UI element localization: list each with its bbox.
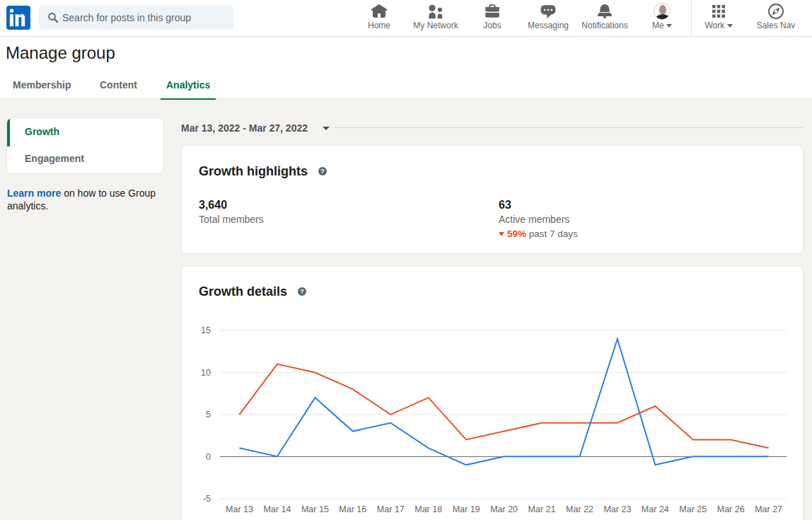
svg-text:10: 10 xyxy=(201,368,211,378)
svg-text:Mar 18: Mar 18 xyxy=(414,504,442,514)
svg-text:Mar 19: Mar 19 xyxy=(453,504,480,514)
svg-text:Mar 24: Mar 24 xyxy=(642,504,669,514)
svg-text:Mar 13: Mar 13 xyxy=(226,504,253,514)
svg-text:Mar 23: Mar 23 xyxy=(603,504,631,514)
svg-text:Mar 16: Mar 16 xyxy=(339,504,366,514)
svg-text:-5: -5 xyxy=(203,494,211,504)
svg-text:Mar 14: Mar 14 xyxy=(263,504,291,514)
svg-text:Mar 26: Mar 26 xyxy=(717,504,745,514)
svg-text:0: 0 xyxy=(206,452,211,462)
svg-text:Mar 21: Mar 21 xyxy=(528,504,556,514)
svg-text:5: 5 xyxy=(206,410,211,420)
svg-text:Mar 22: Mar 22 xyxy=(566,504,593,514)
svg-text:Mar 25: Mar 25 xyxy=(679,504,707,514)
svg-text:Mar 27: Mar 27 xyxy=(755,504,782,514)
svg-text:15: 15 xyxy=(201,325,211,335)
svg-text:Mar 20: Mar 20 xyxy=(490,504,518,514)
svg-text:Mar 17: Mar 17 xyxy=(377,504,405,514)
svg-text:Mar 15: Mar 15 xyxy=(301,504,329,514)
